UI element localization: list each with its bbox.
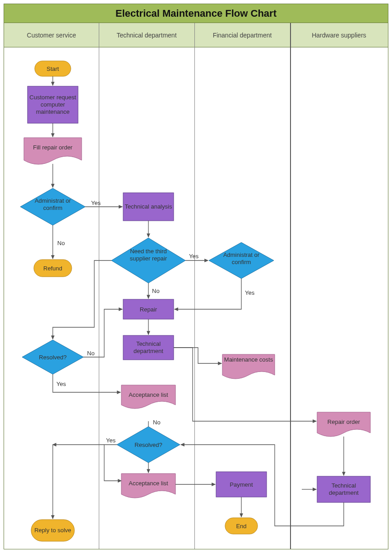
lane-financial-department: Financial department [194, 23, 290, 47]
node-need-third-party: Need the third supplier repair [111, 238, 185, 283]
svg-text:Start: Start [46, 65, 59, 72]
edge-label-yes: Yes [245, 289, 255, 296]
edge-label-no: No [87, 350, 95, 357]
svg-text:Resolved?: Resolved? [39, 354, 66, 361]
svg-text:Payment: Payment [230, 481, 253, 488]
node-technical-analysis: Technical analysis [123, 193, 174, 221]
node-customer-request: Customer request computer maintenance [4, 47, 78, 123]
node-resolved-cs: Resolved? [22, 340, 83, 374]
node-acceptance-list-2: Acceptance list [121, 474, 175, 498]
lane-technical-department: Technical department [99, 23, 194, 47]
edge-yes [104, 445, 121, 481]
svg-text:Acceptance list: Acceptance list [129, 480, 168, 487]
node-payment: Payment [216, 472, 267, 497]
edge-label-yes: Yes [91, 200, 101, 206]
svg-text:Fill repair order: Fill repair order [33, 144, 73, 151]
node-fill-repair-order: Fill repair order [24, 138, 82, 164]
node-maintenance-costs: Maintenance costs [222, 354, 275, 379]
node-resolved-td: Resolved? [117, 427, 180, 463]
edge-label-no: No [153, 419, 161, 426]
chart-title-text: Electrical Maintenance Flow Chart [115, 8, 277, 19]
svg-text:Refund: Refund [43, 265, 62, 272]
edge-label-yes: Yes [106, 437, 116, 444]
edge-label-no: No [152, 288, 160, 294]
node-end: End [225, 518, 258, 534]
lanes-header: Customer service Technical department Fi… [4, 23, 388, 47]
svg-text:Repair: Repair [140, 306, 157, 313]
edge-label-yes: Yes [56, 381, 66, 387]
node-refund: Refund [34, 260, 72, 277]
lane-hardware-suppliers: Hardware suppliers [290, 23, 388, 47]
node-tech-dept-hw: Technical department [317, 476, 370, 502]
svg-text:Repair order: Repair order [327, 418, 360, 425]
svg-text:Acceptance list: Acceptance list [129, 391, 168, 398]
node-acceptance-list-1: Acceptance list [121, 385, 175, 409]
svg-text:End: End [236, 523, 246, 530]
node-admin-confirm-fin: Administrat or confirm [209, 242, 274, 279]
node-reply-to-solve: Reply to solve [31, 520, 74, 541]
flowchart-canvas: Start Customer request computer maintena… [4, 47, 388, 549]
edge [174, 348, 221, 363]
chart-title: Electrical Maintenance Flow Chart [4, 4, 388, 23]
edge-label-yes: Yes [189, 253, 199, 260]
lane-customer-service: Customer service [4, 23, 99, 47]
svg-text:Resolved?: Resolved? [134, 441, 162, 448]
edge-yes [175, 279, 241, 309]
node-repair: Repair [123, 299, 174, 319]
node-repair-order-hw: Repair order [317, 412, 370, 437]
edge-label-no: No [57, 240, 65, 246]
node-start: Start [35, 61, 71, 76]
node-admin-confirm-cs: Administrat or confirm [20, 188, 85, 225]
diagram-frame: Electrical Maintenance Flow Chart Custom… [4, 4, 388, 549]
node-tech-dept-1: Technical department [123, 335, 174, 360]
